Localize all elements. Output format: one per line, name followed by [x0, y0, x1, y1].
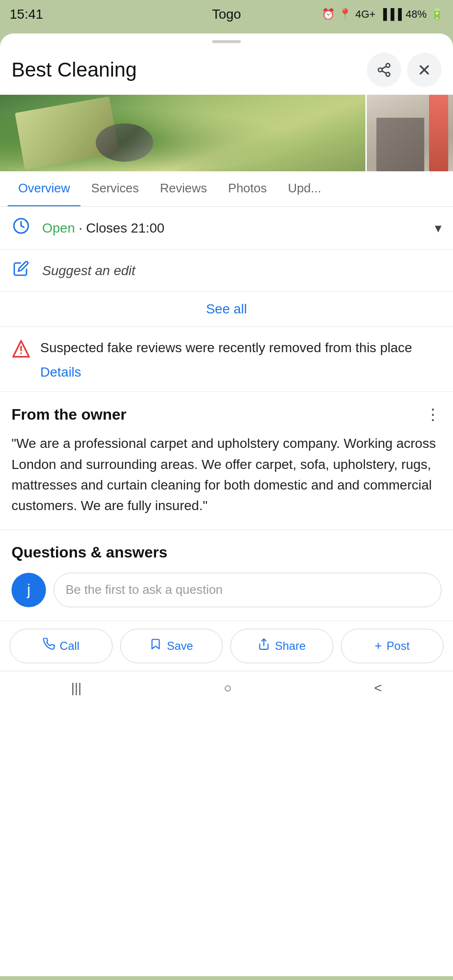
suggest-edit-label: Suggest an edit [42, 263, 136, 278]
svg-line-3 [382, 71, 386, 73]
svg-point-10 [20, 353, 22, 354]
call-label: Call [60, 639, 79, 653]
save-label: Save [167, 639, 193, 653]
nav-menu-icon: ||| [71, 680, 81, 695]
warning-content: Suspected fake reviews were recently rem… [40, 338, 442, 388]
nav-back-button[interactable]: < [362, 677, 393, 700]
status-icons: ⏰ 📍 4G+ ▐▐▐ 48% 🔋 [322, 8, 443, 21]
owner-header: From the owner ⋮ [11, 405, 442, 423]
suggest-edit-row[interactable]: Suggest an edit [0, 250, 453, 292]
open-status: Open [42, 221, 75, 235]
tab-photos[interactable]: Photos [217, 171, 277, 207]
status-time: 15:41 [10, 7, 43, 22]
plus-icon: + [374, 638, 382, 653]
signal-label: 4G+ [355, 8, 375, 21]
owner-description: "We are a professional carpet and uphols… [11, 433, 442, 516]
owner-section-title: From the owner [11, 406, 126, 423]
see-all-button[interactable]: See all [206, 301, 247, 317]
bookmark-icon [149, 638, 162, 654]
signal-bars-icon: ▐▐▐ [379, 8, 402, 21]
photo-tile-left[interactable] [0, 95, 365, 171]
hours-text: Open · Closes 21:00 [42, 221, 423, 236]
share-button[interactable] [367, 53, 401, 87]
chevron-down-icon[interactable]: ▾ [435, 220, 442, 236]
nav-menu-button[interactable]: ||| [59, 677, 93, 700]
qa-section-title: Questions & answers [11, 544, 442, 561]
qa-input-row: j Be the first to ask a question [11, 573, 442, 607]
hours-row[interactable]: Open · Closes 21:00 ▾ [0, 207, 453, 250]
action-bar: Call Save Share + Post [0, 621, 453, 671]
warning-triangle-icon [11, 339, 31, 363]
battery-icon: 🔋 [430, 8, 443, 21]
avatar-letter: j [27, 581, 30, 599]
edit-icon [11, 260, 31, 281]
call-button[interactable]: Call [10, 629, 113, 663]
see-all-row[interactable]: See all [0, 292, 453, 327]
post-button[interactable]: + Post [341, 629, 444, 663]
alarm-icon: ⏰ [322, 8, 335, 21]
qa-section: Questions & answers j Be the first to as… [0, 530, 453, 621]
tab-overview[interactable]: Overview [8, 171, 80, 207]
share-icon [258, 638, 270, 654]
warning-text: Suspected fake reviews were recently rem… [40, 338, 442, 357]
more-options-button[interactable]: ⋮ [425, 405, 442, 423]
owner-section: From the owner ⋮ "We are a professional … [0, 392, 453, 530]
status-location: Togo [212, 7, 241, 22]
ask-question-placeholder: Be the first to ask a question [66, 582, 223, 597]
card-header: Best Cleaning [0, 43, 453, 95]
share-action-label: Share [275, 639, 306, 653]
phone-icon [43, 638, 55, 654]
suggest-edit-text: Suggest an edit [42, 263, 442, 278]
warning-box: Suspected fake reviews were recently rem… [0, 327, 453, 392]
place-card: Best Cleaning [0, 33, 453, 976]
ask-question-input[interactable]: Be the first to ask a question [54, 573, 442, 607]
tab-services[interactable]: Services [80, 171, 149, 207]
nav-back-icon: < [374, 680, 382, 695]
photo-strip[interactable] [0, 95, 453, 171]
closes-time: · Closes 21:00 [79, 221, 164, 235]
svg-line-4 [382, 67, 386, 69]
post-label: Post [386, 639, 409, 653]
clock-icon [11, 217, 31, 239]
details-button[interactable]: Details [40, 365, 81, 388]
tab-updates[interactable]: Upd... [277, 171, 331, 207]
battery-label: 48% [406, 8, 427, 21]
tabs-bar: Overview Services Reviews Photos Upd... [0, 171, 453, 207]
nav-bar: ||| ○ < [0, 671, 453, 705]
nav-home-icon: ○ [224, 680, 232, 695]
tab-reviews[interactable]: Reviews [149, 171, 217, 207]
header-actions [367, 53, 442, 87]
nav-home-button[interactable]: ○ [212, 677, 243, 700]
user-avatar: j [11, 573, 46, 607]
save-button[interactable]: Save [120, 629, 223, 663]
location-icon: 📍 [339, 8, 351, 21]
photo-tile-right[interactable] [367, 95, 453, 171]
status-bar: 15:41 Togo ⏰ 📍 4G+ ▐▐▐ 48% 🔋 [0, 0, 453, 29]
place-title: Best Cleaning [11, 58, 367, 81]
close-button[interactable] [407, 53, 442, 87]
share-action-button[interactable]: Share [230, 629, 333, 663]
